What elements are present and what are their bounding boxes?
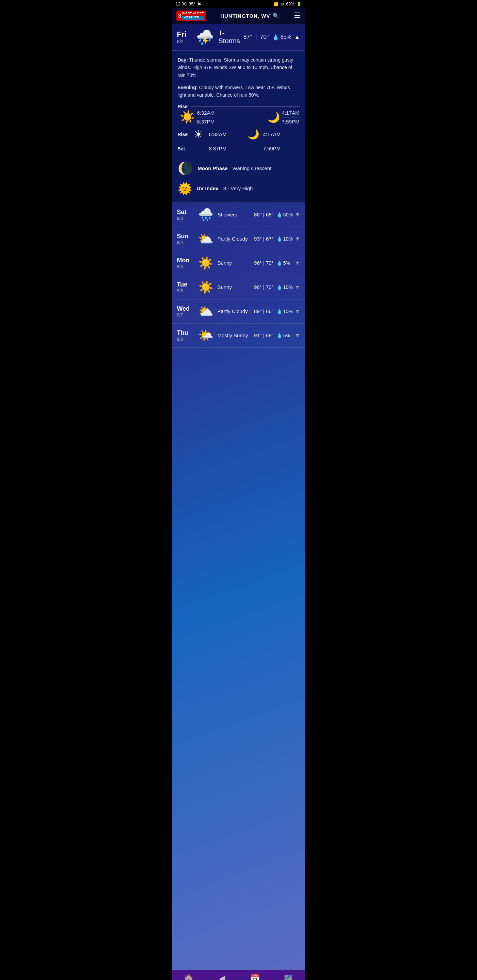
forecast-precip-value: 15% (283, 309, 293, 314)
forecast-precip-value: 5% (283, 333, 290, 338)
forecast-precip: 💧 10% (276, 236, 293, 242)
sun-rise-grid: 6:32AM (209, 131, 246, 137)
moon-rise-grid: 4:17AM (263, 131, 300, 137)
forecast-expand-chevron[interactable]: ▼ (295, 236, 300, 242)
nav-map[interactable]: 🗺️ Map (278, 974, 299, 980)
today-high: 87° (243, 34, 252, 40)
forecast-precip: 💧 5% (276, 333, 293, 338)
today-precip: 💧 65% (272, 34, 292, 40)
forecast-expand-chevron[interactable]: ▼ (295, 308, 300, 314)
status-x-icon: ✖ (198, 2, 201, 6)
forecast-weather-icon: ⛅ (198, 232, 214, 246)
forecast-temps: 89° | 66° (254, 308, 274, 314)
day-description: Day: Thunderstorms. Storms may contain s… (178, 56, 300, 79)
sun-moon-section: Rise ☀️ 6:32AM 8:37PM Set (178, 104, 300, 195)
moon-set-time: 7:59PM (282, 119, 300, 124)
set-label-grid: Set (178, 146, 191, 151)
forecast-condition: Partly Cloudy (217, 235, 254, 242)
precip-drop-icon: 💧 (276, 212, 282, 218)
status-left: 12:30 85° ✖ (175, 2, 201, 6)
nav-hourly[interactable]: ◀ Hourly (211, 974, 233, 980)
app-header: 3 FIRST ALERT WEATHER HUNTINGTON, WV 🔍 ☰ (172, 8, 305, 24)
forecast-precip-value: 5% (283, 260, 290, 266)
uv-row: 🌞 UV Index 8 - Very High (178, 182, 300, 195)
today-detail-panel: Day: Thunderstorms. Storms may contain s… (172, 51, 305, 203)
sun-icon-grid: ☀ (193, 128, 207, 141)
forecast-condition: Sunny (217, 284, 254, 291)
forecast-expand-chevron[interactable]: ▼ (295, 332, 300, 339)
map-icon: 🗺️ (283, 974, 294, 980)
moon-set-grid: 7:59PM (263, 146, 300, 151)
nav-daily[interactable]: 📅 Daily (244, 974, 266, 980)
sun-icon: ☀️ (180, 110, 195, 124)
moon-icon-grid: 🌙 (247, 129, 261, 140)
moon-rise-time: 4:17AM (282, 110, 300, 116)
forecast-day-name: Tue (177, 281, 194, 288)
forecast-precip: 💧 5% (276, 260, 293, 266)
search-icon[interactable]: 🔍 (273, 13, 279, 19)
forecast-weather-icon: 🌧️ (198, 208, 214, 222)
precip-drop-icon: 💧 (276, 333, 282, 338)
signal-icon: ⊘ (281, 2, 284, 6)
forecast-day-name: Wed (177, 305, 194, 312)
today-forecast-header[interactable]: Fri 8/2 ⛈️ T-Storms 87° | 70° 💧 65% ▲ (172, 24, 305, 51)
today-precip-value: 65% (281, 34, 292, 40)
header-icons: ☰ (294, 11, 301, 20)
forecast-row[interactable]: Tue 8/6 ☀️ Sunny 96° | 70° 💧 10% ▼ (172, 275, 305, 299)
forecast-day-5: Thu 8/8 (177, 329, 194, 342)
forecast-row[interactable]: Mon 8/5 ☀️ Sunny 96° | 70° 💧 5% ▼ (172, 251, 305, 275)
sun-rise-time: 6:32AM (197, 110, 215, 116)
forecast-weather-icon: ☀️ (198, 256, 214, 270)
forecast-precip: 💧 50% (276, 212, 293, 218)
precip-drop-icon: 💧 (276, 260, 282, 266)
moon-phase-row: 🌘 Moon Phase Waning Crescent (178, 161, 300, 176)
forecast-expand-chevron[interactable]: ▼ (295, 260, 300, 266)
forecast-temps: 96° | 70° (254, 284, 274, 290)
forecast-day-1: Sun 8/4 (177, 233, 194, 245)
status-time: 12:30 (175, 2, 187, 6)
battery-icon: 🔋 (297, 2, 302, 6)
today-condition: T-Storms (219, 29, 243, 45)
forecast-row[interactable]: Sat 8/3 🌧️ Showers 86° | 68° 💧 50% ▼ (172, 203, 305, 227)
today-day-date: 8/2 (177, 39, 191, 44)
today-temps: 87° | 70° (243, 34, 269, 40)
forecast-day-2: Mon 8/5 (177, 257, 194, 269)
forecast-expand-chevron[interactable]: ▼ (295, 284, 300, 290)
forecast-day-0: Sat 8/3 (177, 208, 194, 221)
forecast-temps: 96° | 70° (254, 260, 274, 266)
daily-icon: 📅 (250, 974, 260, 980)
moon-phase-label: Moon Phase (198, 165, 228, 171)
nav-home[interactable]: 🏠 Home (178, 974, 199, 980)
forecast-day-name: Sun (177, 233, 194, 240)
wifi-icon: 📶 (273, 2, 279, 6)
forecast-row[interactable]: Sun 8/4 ⛅ Partly Cloudy 93° | 67° 💧 10% … (172, 227, 305, 251)
moon-icon: 🌙 (267, 111, 280, 123)
forecast-day-date: 8/7 (177, 312, 194, 318)
forecast-row[interactable]: Wed 8/7 ⛅ Partly Cloudy 89° | 66° 💧 15% … (172, 299, 305, 324)
logo-first-alert: FIRST ALERT (182, 12, 204, 15)
rise-set-grid: Rise ☀ 6:32AM 🌙 4:17AM Set ☀ 8:37PM 🌙 7:… (178, 128, 300, 155)
forecast-day-name: Mon (177, 257, 194, 264)
forecast-day-4: Wed 8/7 (177, 305, 194, 318)
forecast-precip: 💧 10% (276, 285, 293, 290)
forecast-condition: Partly Cloudy (217, 308, 254, 315)
precip-drop-icon: 💧 (276, 309, 282, 314)
sun-set-time: 8:37PM (197, 119, 215, 124)
today-day-name: Fri (177, 30, 191, 39)
forecast-day-date: 8/5 (177, 264, 194, 269)
status-temp: 85° (188, 2, 195, 6)
forecast-condition: Mostly Sunny (217, 332, 254, 339)
menu-icon[interactable]: ☰ (294, 11, 301, 20)
hourly-icon: ◀ (219, 974, 225, 980)
forecast-day-name: Sat (177, 208, 194, 216)
forecast-day-date: 8/3 (177, 216, 194, 221)
forecast-day-date: 8/6 (177, 288, 194, 293)
forecast-day-name: Thu (177, 329, 194, 337)
forecast-condition: Sunny (217, 259, 254, 266)
forecast-expand-chevron[interactable]: ▼ (295, 212, 300, 218)
battery-percent: 69% (286, 2, 294, 6)
forecast-day-date: 8/8 (177, 337, 194, 342)
forecast-row[interactable]: Thu 8/8 🌤️ Mostly Sunny 91° | 68° 💧 5% ▼ (172, 324, 305, 348)
today-expand-chevron[interactable]: ▲ (294, 34, 300, 41)
moon-phase-value: Waning Crescent (233, 165, 272, 171)
